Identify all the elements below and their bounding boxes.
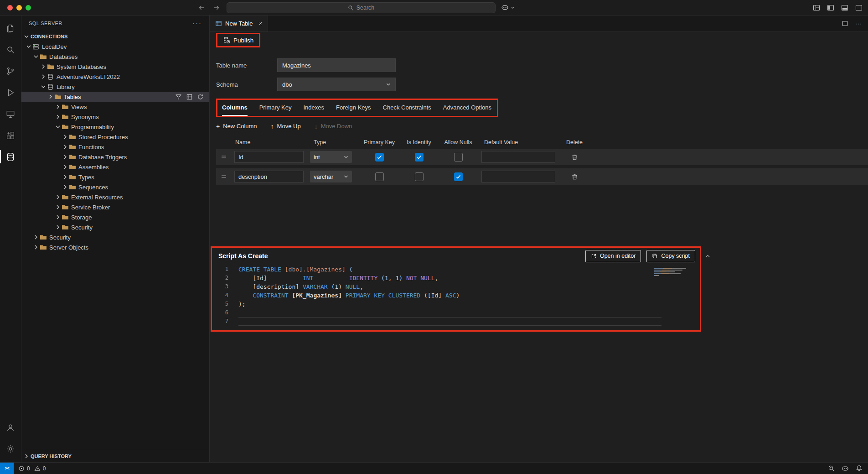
tree-item-server-objects[interactable]: Server Objects [21, 242, 209, 252]
activity-settings-gear-icon[interactable] [0, 438, 21, 459]
tree-item-programmability[interactable]: Programmability [21, 122, 209, 132]
chevron-right-icon[interactable] [32, 234, 40, 241]
code-line-6[interactable]: 6 [212, 308, 700, 317]
tree-item-sequences[interactable]: Sequences [21, 182, 209, 192]
tree-item-databases[interactable]: Databases [21, 52, 209, 62]
script-code-editor[interactable]: 1CREATE TABLE [dbo].[Magazines] (2 [Id] … [212, 264, 700, 330]
chevron-right-icon[interactable] [54, 103, 62, 110]
tree-item-adventureworkslt2022[interactable]: AdventureWorksLT2022 [21, 72, 209, 82]
more-actions-icon[interactable]: ··· [856, 20, 862, 27]
is-identity-checkbox[interactable] [415, 172, 424, 181]
search-command-center[interactable]: Search [227, 2, 496, 13]
activity-accounts-icon[interactable] [0, 417, 21, 438]
primary-key-checkbox[interactable] [375, 153, 384, 161]
tree-item-synonyms[interactable]: Synonyms [21, 112, 209, 122]
chevron-right-icon[interactable] [62, 163, 69, 171]
table-name-input[interactable] [277, 58, 396, 72]
column-name-input[interactable] [234, 151, 304, 163]
tree-item-assemblies[interactable]: Assemblies [21, 162, 209, 172]
activity-sql-server-icon[interactable] [0, 146, 21, 167]
tree-item-database-triggers[interactable]: Database Triggers [21, 152, 209, 162]
designer-tab-columns[interactable]: Columns [222, 104, 248, 116]
chevron-right-icon[interactable] [62, 143, 69, 151]
move-down-button[interactable]: ↓Move Down [315, 123, 352, 130]
chevron-right-icon[interactable] [54, 224, 62, 231]
chevron-right-icon[interactable] [54, 113, 62, 120]
publish-button[interactable]: Publish [217, 34, 259, 46]
forward-icon[interactable] [213, 4, 220, 11]
chevron-right-icon[interactable] [62, 173, 69, 181]
scroll-up-icon[interactable] [704, 253, 711, 260]
tree-item-external-resources[interactable]: External Resources [21, 192, 209, 202]
tree-item-types[interactable]: Types [21, 172, 209, 182]
activity-source-control-icon[interactable] [0, 60, 21, 82]
delete-icon[interactable] [571, 154, 578, 161]
tree-item-tables[interactable]: Tables [21, 92, 209, 102]
tree-item-library[interactable]: Library [21, 82, 209, 92]
copy-script-button[interactable]: Copy script [646, 250, 695, 262]
problems-indicator[interactable]: 0 0 [18, 465, 47, 472]
code-line-1[interactable]: 1CREATE TABLE [dbo].[Magazines] ( [212, 265, 700, 274]
bell-icon[interactable] [856, 465, 863, 472]
activity-search-icon[interactable] [0, 39, 21, 60]
new-column-button[interactable]: +New Column [216, 123, 257, 130]
column-type-select[interactable]: int [310, 151, 352, 163]
toggle-panel-icon[interactable] [841, 4, 848, 11]
allow-nulls-checkbox[interactable] [454, 153, 463, 161]
is-identity-checkbox[interactable] [415, 153, 424, 161]
schema-select[interactable]: dbo [277, 78, 396, 91]
designer-tab-advanced-options[interactable]: Advanced Options [443, 104, 491, 116]
copilot-icon[interactable] [842, 465, 849, 472]
chevron-right-icon[interactable] [40, 63, 47, 70]
customize-layout-icon[interactable] [813, 4, 820, 11]
chevron-down-icon[interactable] [32, 53, 40, 60]
tree-item-stored-procedures[interactable]: Stored Procedures [21, 132, 209, 142]
maximize-window-button[interactable] [26, 5, 31, 10]
toggle-sidebar-icon[interactable] [827, 4, 834, 11]
back-icon[interactable] [198, 4, 205, 11]
tab-new-table[interactable]: New Table [210, 16, 268, 31]
chevron-right-icon[interactable] [62, 153, 69, 161]
code-line-5[interactable]: 5); [212, 300, 700, 308]
zoom-icon[interactable] [828, 465, 835, 472]
column-name-input[interactable] [234, 171, 304, 182]
drag-handle-icon[interactable] [220, 153, 227, 161]
toggle-secondary-sidebar-icon[interactable] [855, 4, 863, 11]
primary-key-checkbox[interactable] [375, 172, 384, 181]
open-in-editor-button[interactable]: Open in editor [585, 250, 641, 262]
chevron-down-icon[interactable] [25, 43, 32, 50]
tree-item-security[interactable]: Security [21, 222, 209, 232]
tree-item-system-databases[interactable]: System Databases [21, 62, 209, 72]
close-window-button[interactable] [7, 5, 13, 10]
chevron-right-icon[interactable] [54, 214, 62, 221]
tree-item-localdev[interactable]: LocalDev [21, 42, 209, 52]
chevron-right-icon[interactable] [47, 93, 54, 100]
allow-nulls-checkbox[interactable] [454, 172, 463, 181]
tree-item-functions[interactable]: Functions [21, 142, 209, 152]
more-actions-icon[interactable]: ··· [192, 21, 202, 26]
copilot-menu[interactable] [501, 4, 515, 11]
activity-run-debug-icon[interactable] [0, 82, 21, 103]
new-table-icon[interactable] [186, 94, 193, 100]
chevron-right-icon[interactable] [62, 183, 69, 191]
activity-extensions-icon[interactable] [0, 125, 21, 146]
move-up-button[interactable]: ↑Move Up [271, 123, 301, 130]
delete-icon[interactable] [571, 173, 578, 180]
activity-explorer-icon[interactable] [0, 17, 21, 39]
designer-tab-primary-key[interactable]: Primary Key [259, 104, 292, 116]
minimize-window-button[interactable] [16, 5, 22, 10]
close-icon[interactable] [258, 21, 263, 26]
drag-handle-icon[interactable] [220, 173, 227, 180]
column-type-select[interactable]: varchar [310, 171, 352, 182]
chevron-right-icon[interactable] [62, 133, 69, 141]
code-line-3[interactable]: 3 [description] VARCHAR (1) NULL, [212, 282, 700, 291]
tree-item-security[interactable]: Security [21, 232, 209, 242]
chevron-right-icon[interactable] [54, 203, 62, 211]
designer-tab-foreign-keys[interactable]: Foreign Keys [336, 104, 371, 116]
refresh-icon[interactable] [197, 94, 204, 100]
minimap[interactable] [654, 268, 688, 277]
designer-tab-indexes[interactable]: Indexes [303, 104, 324, 116]
tree-item-views[interactable]: Views [21, 102, 209, 112]
connections-section-header[interactable]: CONNECTIONS [21, 31, 209, 42]
chevron-down-icon[interactable] [54, 123, 62, 130]
